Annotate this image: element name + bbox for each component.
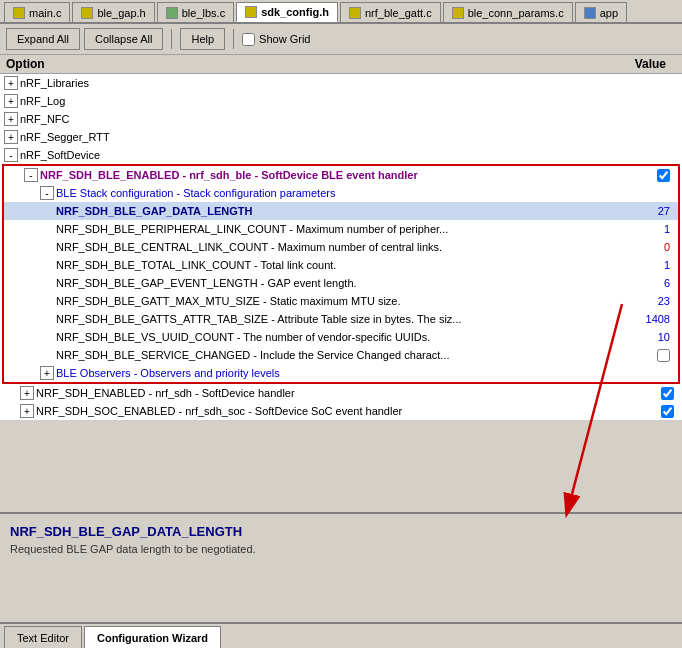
header-value: Value [616, 57, 676, 71]
info-panel-description: Requested BLE GAP data length to be nego… [10, 543, 672, 555]
checkbox-nrf-sdh-soc-enabled[interactable] [661, 405, 674, 418]
tab-icon-app [584, 7, 596, 19]
toolbar-separator-2 [233, 29, 234, 49]
expander-ble-stack-config[interactable]: - [40, 186, 54, 200]
tree-content[interactable]: + nRF_Libraries + nRF_Log + nRF_NFC + nR… [0, 74, 682, 421]
bottom-tab-text-editor[interactable]: Text Editor [4, 626, 82, 648]
toolbar-separator [171, 29, 172, 49]
expander-nrf-softdevice[interactable]: - [4, 148, 18, 162]
checkbox-cell-nrf-sdh-soc-enabled [622, 405, 682, 418]
bottom-tab-configuration-wizard[interactable]: Configuration Wizard [84, 626, 221, 648]
help-button[interactable]: Help [180, 28, 225, 50]
value-ble-vs-uuid-count: 10 [618, 331, 678, 343]
label-ble-total-link-count: NRF_SDH_BLE_TOTAL_LINK_COUNT - Total lin… [56, 259, 618, 271]
tree-row-ble-gatt-max-mtu[interactable]: NRF_SDH_BLE_GATT_MAX_MTU_SIZE - Static m… [4, 292, 678, 310]
show-grid-checkbox[interactable] [242, 33, 255, 46]
tree-row-nrf-libraries[interactable]: + nRF_Libraries [0, 74, 682, 92]
expander-nrf-libraries[interactable]: + [4, 76, 18, 90]
red-border-section: - NRF_SDH_BLE_ENABLED - nrf_sdh_ble - So… [2, 164, 680, 384]
label-nrf-sdh-ble-enabled: NRF_SDH_BLE_ENABLED - nrf_sdh_ble - Soft… [40, 169, 618, 181]
value-ble-gatts-attr-tab: 1408 [618, 313, 678, 325]
tree-row-ble-total-link-count[interactable]: NRF_SDH_BLE_TOTAL_LINK_COUNT - Total lin… [4, 256, 678, 274]
expander-nrf-sdh-enabled[interactable]: + [20, 386, 34, 400]
toolbar: Expand All Collapse All Help Show Grid [0, 24, 682, 55]
label-ble-gatt-max-mtu: NRF_SDH_BLE_GATT_MAX_MTU_SIZE - Static m… [56, 295, 618, 307]
label-ble-service-changed: NRF_SDH_BLE_SERVICE_CHANGED - Include th… [56, 349, 618, 361]
checkbox-nrf-sdh-enabled[interactable] [661, 387, 674, 400]
tab-icon-sdk-config-h [245, 6, 257, 18]
label-ble-gatts-attr-tab: NRF_SDH_BLE_GATTS_ATTR_TAB_SIZE - Attrib… [56, 313, 618, 325]
label-ble-central-link-count: NRF_SDH_BLE_CENTRAL_LINK_COUNT - Maximum… [56, 241, 618, 253]
label-nrf-log: nRF_Log [20, 95, 682, 107]
label-ble-observers: BLE Observers - Observers and priority l… [56, 367, 678, 379]
label-ble-vs-uuid-count: NRF_SDH_BLE_VS_UUID_COUNT - The number o… [56, 331, 618, 343]
tree-row-ble-observers[interactable]: + BLE Observers - Observers and priority… [4, 364, 678, 382]
label-nrf-libraries: nRF_Libraries [20, 77, 682, 89]
tab-app[interactable]: app [575, 2, 627, 22]
tree-table-header: Option Value [0, 55, 682, 74]
tree-row-nrf-sdh-soc-enabled[interactable]: + NRF_SDH_SOC_ENABLED - nrf_sdh_soc - So… [0, 402, 682, 420]
label-ble-stack-config: BLE Stack configuration - Stack configur… [56, 187, 678, 199]
label-ble-peripheral-link-count: NRF_SDH_BLE_PERIPHERAL_LINK_COUNT - Maxi… [56, 223, 618, 235]
checkbox-cell-ble-service-changed [618, 349, 678, 362]
expander-nrf-nfc[interactable]: + [4, 112, 18, 126]
info-panel-title: NRF_SDH_BLE_GAP_DATA_LENGTH [10, 524, 672, 539]
tab-icon-nrf-ble-gatt-c [349, 7, 361, 19]
expander-ble-observers[interactable]: + [40, 366, 54, 380]
value-ble-gatt-max-mtu: 23 [618, 295, 678, 307]
label-nrf-sdh-soc-enabled: NRF_SDH_SOC_ENABLED - nrf_sdh_soc - Soft… [36, 405, 622, 417]
label-nrf-nfc: nRF_NFC [20, 113, 682, 125]
show-grid-label: Show Grid [242, 33, 310, 46]
tree-row-ble-stack-config[interactable]: - BLE Stack configuration - Stack config… [4, 184, 678, 202]
expand-all-button[interactable]: Expand All [6, 28, 80, 50]
tree-row-nrf-nfc[interactable]: + nRF_NFC [0, 110, 682, 128]
value-ble-gap-event-length: 6 [618, 277, 678, 289]
tab-icon-ble-lbs-c [166, 7, 178, 19]
tree-row-nrf-segger-rtt[interactable]: + nRF_Segger_RTT [0, 128, 682, 146]
tree-row-nrf-sdh-enabled[interactable]: + NRF_SDH_ENABLED - nrf_sdh - SoftDevice… [0, 384, 682, 402]
tab-icon-ble-gap-h [81, 7, 93, 19]
label-nrf-segger-rtt: nRF_Segger_RTT [20, 131, 682, 143]
checkbox-nrf-sdh-ble-enabled[interactable] [657, 169, 670, 182]
label-ble-gap-event-length: NRF_SDH_BLE_GAP_EVENT_LENGTH - GAP event… [56, 277, 618, 289]
tree-row-ble-gap-data-length[interactable]: NRF_SDH_BLE_GAP_DATA_LENGTH 27 [4, 202, 678, 220]
tab-ble-conn-params-c[interactable]: ble_conn_params.c [443, 2, 573, 22]
value-ble-central-link-count: 0 [618, 241, 678, 253]
tree-row-nrf-log[interactable]: + nRF_Log [0, 92, 682, 110]
tab-icon-main-c [13, 7, 25, 19]
tree-row-ble-central-link-count[interactable]: NRF_SDH_BLE_CENTRAL_LINK_COUNT - Maximum… [4, 238, 678, 256]
tab-ble-lbs-c[interactable]: ble_lbs.c [157, 2, 234, 22]
expander-nrf-sdh-ble-enabled[interactable]: - [24, 168, 38, 182]
tab-ble-gap-h[interactable]: ble_gap.h [72, 2, 154, 22]
info-panel: NRF_SDH_BLE_GAP_DATA_LENGTH Requested BL… [0, 512, 682, 622]
tree-row-nrf-sdh-ble-enabled[interactable]: - NRF_SDH_BLE_ENABLED - nrf_sdh_ble - So… [4, 166, 678, 184]
label-nrf-sdh-enabled: NRF_SDH_ENABLED - nrf_sdh - SoftDevice h… [36, 387, 622, 399]
value-ble-peripheral-link-count: 1 [618, 223, 678, 235]
expander-nrf-sdh-soc-enabled[interactable]: + [20, 404, 34, 418]
tree-row-nrf-softdevice[interactable]: - nRF_SoftDevice [0, 146, 682, 164]
expander-nrf-segger-rtt[interactable]: + [4, 130, 18, 144]
tree-row-ble-service-changed[interactable]: NRF_SDH_BLE_SERVICE_CHANGED - Include th… [4, 346, 678, 364]
checkbox-cell-nrf-sdh-ble-enabled [618, 169, 678, 182]
checkbox-cell-nrf-sdh-enabled [622, 387, 682, 400]
tab-bar: main.c ble_gap.h ble_lbs.c sdk_config.h … [0, 0, 682, 24]
tree-row-ble-peripheral-link-count[interactable]: NRF_SDH_BLE_PERIPHERAL_LINK_COUNT - Maxi… [4, 220, 678, 238]
checkbox-ble-service-changed[interactable] [657, 349, 670, 362]
bottom-tab-bar: Text Editor Configuration Wizard [0, 622, 682, 648]
tree-row-ble-gatts-attr-tab[interactable]: NRF_SDH_BLE_GATTS_ATTR_TAB_SIZE - Attrib… [4, 310, 678, 328]
tab-icon-ble-conn-params-c [452, 7, 464, 19]
expander-nrf-log[interactable]: + [4, 94, 18, 108]
label-ble-gap-data-length: NRF_SDH_BLE_GAP_DATA_LENGTH [56, 205, 618, 217]
value-ble-gap-data-length: 27 [618, 205, 678, 217]
collapse-all-button[interactable]: Collapse All [84, 28, 163, 50]
tree-row-ble-gap-event-length[interactable]: NRF_SDH_BLE_GAP_EVENT_LENGTH - GAP event… [4, 274, 678, 292]
value-ble-total-link-count: 1 [618, 259, 678, 271]
tab-main-c[interactable]: main.c [4, 2, 70, 22]
label-nrf-softdevice: nRF_SoftDevice [20, 149, 682, 161]
header-option: Option [6, 57, 616, 71]
tab-nrf-ble-gatt-c[interactable]: nrf_ble_gatt.c [340, 2, 441, 22]
tab-sdk-config-h[interactable]: sdk_config.h [236, 2, 338, 22]
tree-row-ble-vs-uuid-count[interactable]: NRF_SDH_BLE_VS_UUID_COUNT - The number o… [4, 328, 678, 346]
